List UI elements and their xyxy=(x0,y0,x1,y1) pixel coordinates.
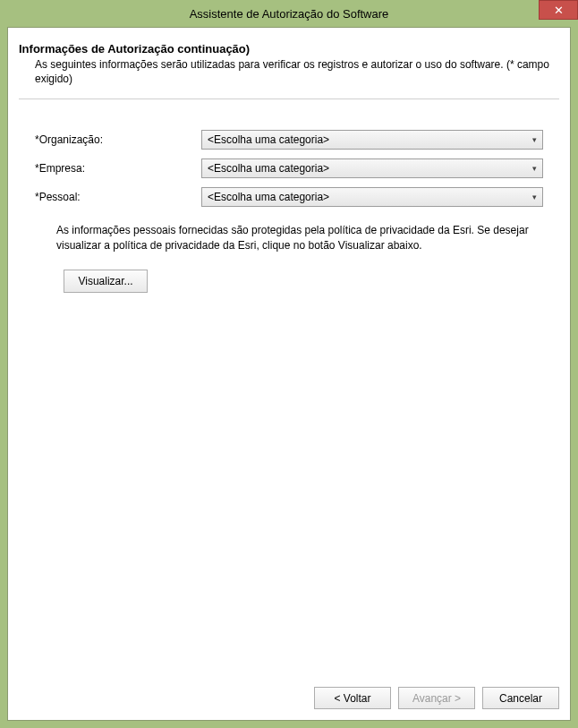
select-organizacao-value: <Escolha uma categoria> xyxy=(208,133,529,146)
row-pessoal: *Pessoal: <Escolha uma categoria> ▾ xyxy=(35,187,543,207)
divider xyxy=(19,98,559,99)
close-icon: ✕ xyxy=(554,4,564,17)
label-pessoal: *Pessoal: xyxy=(35,191,201,203)
form-area: *Organização: <Escolha uma categoria> ▾ … xyxy=(19,130,559,680)
close-button[interactable]: ✕ xyxy=(539,0,578,20)
chevron-down-icon: ▾ xyxy=(532,135,537,144)
next-button: Avançar > xyxy=(398,687,475,709)
window: Assistente de Autorização do Software ✕ … xyxy=(0,0,578,728)
select-pessoal-value: <Escolha uma categoria> xyxy=(208,191,529,203)
chevron-down-icon: ▾ xyxy=(532,164,537,173)
window-title: Assistente de Autorização do Software xyxy=(0,7,578,21)
select-empresa[interactable]: <Escolha uma categoria> ▾ xyxy=(201,158,543,178)
cancel-button[interactable]: Cancelar xyxy=(482,687,559,709)
content: Informações de Autorização continuação) … xyxy=(7,27,571,721)
row-organizacao: *Organização: <Escolha uma categoria> ▾ xyxy=(35,130,543,150)
content-frame: Informações de Autorização continuação) … xyxy=(0,27,578,728)
footer: < Voltar Avançar > Cancelar xyxy=(19,680,559,709)
back-button[interactable]: < Voltar xyxy=(314,687,391,709)
page-subtitle: As seguintes informações serão utilizada… xyxy=(35,57,559,86)
chevron-down-icon: ▾ xyxy=(532,193,537,201)
header: Informações de Autorização continuação) … xyxy=(19,37,559,95)
label-empresa: *Empresa: xyxy=(35,162,201,175)
page-title: Informações de Autorização continuação) xyxy=(19,42,559,56)
select-pessoal[interactable]: <Escolha uma categoria> ▾ xyxy=(201,187,543,207)
row-empresa: *Empresa: <Escolha uma categoria> ▾ xyxy=(35,158,543,178)
titlebar: Assistente de Autorização do Software ✕ xyxy=(0,0,578,27)
label-organizacao: *Organização: xyxy=(35,133,201,146)
visualizar-button[interactable]: Visualizar... xyxy=(64,270,148,293)
privacy-text: As informações pessoais fornecidas são p… xyxy=(56,223,543,253)
select-organizacao[interactable]: <Escolha uma categoria> ▾ xyxy=(201,130,543,150)
select-empresa-value: <Escolha uma categoria> xyxy=(208,162,529,175)
